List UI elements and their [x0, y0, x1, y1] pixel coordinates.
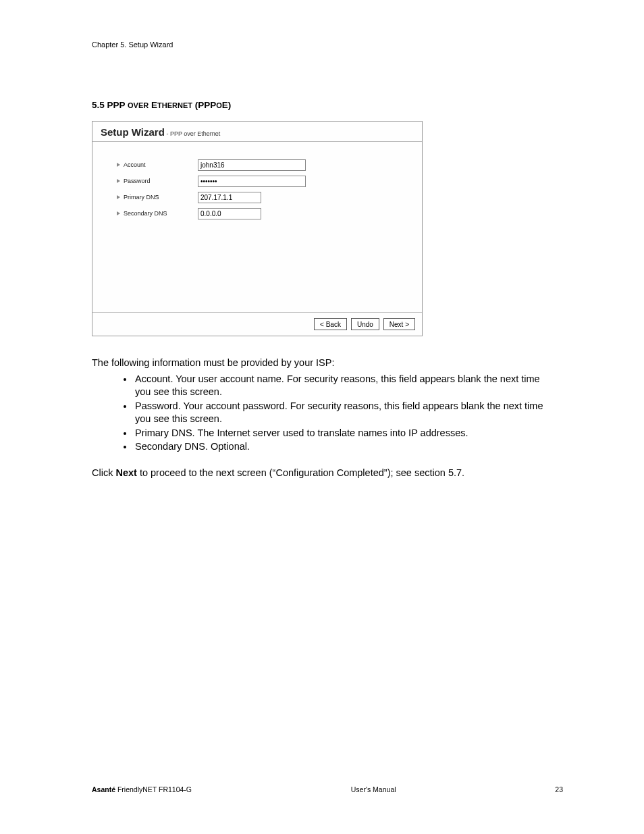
arrow-icon [117, 179, 120, 183]
heading-thernet: THERNET [157, 101, 192, 109]
heading-mid: E [149, 100, 157, 110]
field-row-primary-dns: Primary DNS [117, 190, 410, 204]
secondary-dns-input[interactable] [198, 208, 261, 219]
list-item: Primary DNS. The Internet server used to… [134, 427, 556, 440]
wizard-titlebar: Setup Wizard - PPP over Ethernet [92, 122, 422, 142]
heading-e: E) [222, 100, 232, 110]
brand-bold: Asanté [92, 785, 115, 793]
arrow-icon [117, 211, 120, 215]
wizard-title: Setup Wizard [101, 126, 165, 138]
wizard-title-sep: - [165, 130, 170, 137]
list-item: Secondary DNS. Optional. [134, 440, 556, 454]
next-bold: Next [115, 467, 136, 478]
arrow-icon [117, 163, 120, 167]
page-footer: Asanté FriendlyNET FR1104-G User's Manua… [92, 785, 563, 793]
section-heading: 5.5 PPP OVER ETHERNET (PPPOE) [92, 100, 556, 110]
setup-wizard-panel: Setup Wizard - PPP over Ethernet Account… [92, 121, 423, 336]
footer-brand: Asanté FriendlyNET FR1104-G [92, 785, 192, 793]
list-item: Account. Your user account name. For sec… [134, 373, 556, 399]
footer-center: User's Manual [351, 785, 396, 793]
primary-dns-label: Primary DNS [124, 194, 198, 201]
undo-button[interactable]: Undo [351, 318, 379, 330]
field-row-account: Account [117, 158, 410, 172]
intro-text: The following information must be provid… [92, 357, 556, 370]
field-row-password: Password [117, 174, 410, 188]
heading-suffix: (PPP [192, 100, 216, 110]
heading-over: OVER [128, 101, 149, 109]
chapter-header: Chapter 5. Setup Wizard [92, 41, 556, 49]
wizard-form: Account Password Primary DNS Secondary D… [92, 142, 422, 312]
footer-page-number: 23 [555, 785, 563, 793]
password-input[interactable] [198, 176, 306, 187]
next-instruction: Click Next to proceed to the next screen… [92, 467, 556, 478]
next-button[interactable]: Next > [383, 318, 415, 330]
password-label: Password [124, 178, 198, 184]
next-before: Click [92, 467, 115, 478]
field-row-secondary-dns: Secondary DNS [117, 207, 410, 220]
info-bullet-list: Account. Your user account name. For sec… [134, 373, 556, 454]
primary-dns-input[interactable] [198, 192, 261, 203]
heading-prefix: 5.5 PPP [92, 100, 128, 110]
back-button[interactable]: < Back [314, 318, 347, 330]
arrow-icon [117, 195, 120, 199]
brand-rest: FriendlyNET FR1104-G [115, 785, 192, 793]
wizard-subtitle: PPP over Ethernet [170, 130, 220, 137]
wizard-footer: < Back Undo Next > [92, 312, 422, 336]
next-after: to proceed to the next screen (“Configur… [137, 467, 464, 478]
heading-o: O [216, 101, 222, 109]
secondary-dns-label: Secondary DNS [124, 210, 198, 217]
account-input[interactable] [198, 159, 306, 171]
account-label: Account [124, 161, 198, 168]
list-item: Password. Your account password. For sec… [134, 400, 556, 426]
